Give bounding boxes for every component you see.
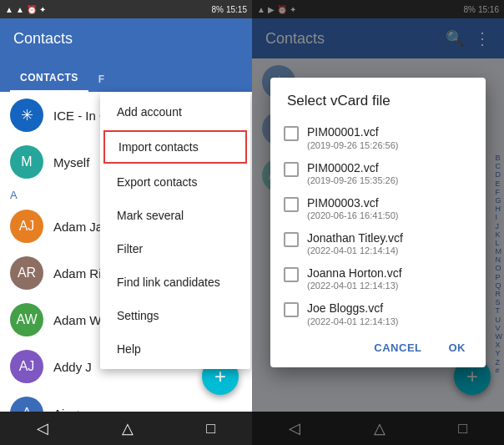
dialog-title: Select vCard file	[270, 78, 486, 119]
avatar: ✳	[10, 99, 43, 132]
vcf-checkbox-joanna[interactable]	[284, 267, 299, 282]
context-menu: Add account Import contacts Export conta…	[100, 92, 250, 369]
menu-item-mark-several[interactable]: Mark several	[100, 199, 250, 232]
avatar: AR	[10, 256, 43, 290]
battery-pct: 8%	[212, 5, 224, 14]
select-vcard-dialog: Select vCard file PIM00001.vcf (2019-09-…	[270, 78, 486, 367]
vcf-date-jonathan: (2022-04-01 12:14:14)	[307, 245, 403, 255]
status-icons-right: 8% 15:15	[212, 5, 247, 14]
recents-icon[interactable]: □	[206, 420, 215, 437]
back-icon[interactable]: ◁	[37, 419, 48, 437]
left-app-bar: Contacts	[0, 18, 252, 58]
dialog-vcf-list: PIM00001.vcf (2019-09-26 15:26:56) PIM00…	[270, 119, 486, 331]
menu-item-help[interactable]: Help	[100, 332, 250, 366]
vcf-filename-joe: Joe Bloggs.vcf	[307, 301, 398, 316]
menu-item-import-contacts[interactable]: Import contacts	[103, 130, 247, 164]
contact-name: Addy J	[53, 360, 92, 374]
avatar: M	[10, 145, 43, 179]
vcf-filename-pim1: PIM00001.vcf	[307, 124, 398, 139]
vcf-date-joe: (2022-04-01 12:14:13)	[307, 316, 398, 326]
vcf-checkbox-jonathan[interactable]	[284, 232, 299, 247]
dialog-actions: CANCEL OK	[270, 331, 486, 367]
tabs-bar: CONTACTS F	[0, 58, 252, 92]
signal-icon: ▲	[5, 5, 13, 14]
vcf-checkbox-pim2[interactable]	[284, 162, 299, 177]
left-app-title: Contacts	[13, 30, 73, 48]
vcf-checkbox-joe[interactable]	[284, 302, 299, 317]
menu-item-export-contacts[interactable]: Export contacts	[100, 165, 250, 199]
alarm-icon: ⏰	[27, 5, 37, 14]
avatar: AJ	[10, 350, 43, 383]
vcf-checkbox-pim1[interactable]	[284, 126, 299, 141]
time-left: 15:15	[226, 5, 247, 14]
bluetooth-icon: ✦	[39, 5, 46, 14]
dialog-overlay: Select vCard file PIM00001.vcf (2019-09-…	[252, 0, 504, 445]
avatar: A	[10, 397, 43, 412]
menu-item-add-account[interactable]: Add account	[100, 95, 250, 129]
left-nav-bar: ◁ △ □	[0, 412, 252, 445]
vcf-item-jonathan[interactable]: Jonathan Titley.vcf (2022-04-01 12:14:14…	[277, 225, 479, 260]
vcf-item-joe[interactable]: Joe Bloggs.vcf (2022-04-01 12:14:13)	[277, 296, 479, 331]
right-panel: ▲ ▶ ⏰ ✦ 8% 15:16 Contacts 🔍 ⋮ ✳ ICE - In…	[252, 0, 504, 445]
contact-name: Myself	[53, 155, 89, 169]
vcf-filename-jonathan: Jonathan Titley.vcf	[307, 230, 403, 245]
tab-favorites[interactable]: F	[88, 67, 115, 92]
vcf-item-pim1[interactable]: PIM00001.vcf (2019-09-26 15:26:56)	[277, 119, 479, 154]
vcf-item-pim2[interactable]: PIM00002.vcf (2019-09-26 15:35:26)	[277, 155, 479, 190]
avatar: AJ	[10, 210, 43, 243]
vcf-date-pim1: (2019-09-26 15:26:56)	[307, 140, 398, 150]
vcf-item-joanna[interactable]: Joanna Horton.vcf (2022-04-01 12:14:13)	[277, 260, 479, 296]
menu-item-filter[interactable]: Filter	[100, 232, 250, 265]
menu-item-settings[interactable]: Settings	[100, 299, 250, 332]
tab-contacts[interactable]: CONTACTS	[10, 65, 88, 92]
vcf-date-joanna: (2022-04-01 12:14:13)	[307, 281, 402, 291]
vcf-filename-joanna: Joanna Horton.vcf	[307, 265, 402, 281]
home-icon[interactable]: △	[122, 419, 134, 437]
ok-button[interactable]: OK	[442, 338, 473, 357]
vcf-checkbox-pim3[interactable]	[284, 197, 299, 212]
vcf-date-pim3: (2020-06-16 16:41:50)	[307, 210, 398, 220]
status-icons-left: ▲ ▲ ⏰ ✦	[5, 5, 46, 14]
vcf-filename-pim2: PIM00002.vcf	[307, 160, 398, 175]
cancel-button[interactable]: CANCEL	[367, 338, 428, 357]
vcf-item-pim3[interactable]: PIM00003.vcf (2020-06-16 16:41:50)	[277, 190, 479, 225]
wifi-icon: ▲	[16, 5, 24, 14]
vcf-filename-pim3: PIM00003.vcf	[307, 195, 398, 210]
left-status-bar: ▲ ▲ ⏰ ✦ 8% 15:15	[0, 0, 252, 18]
vcf-date-pim2: (2019-09-26 15:35:26)	[307, 175, 398, 185]
menu-item-find-link-candidates[interactable]: Find link candidates	[100, 265, 250, 299]
avatar: AW	[10, 303, 43, 336]
left-panel: ▲ ▲ ⏰ ✦ 8% 15:15 Contacts CONTACTS F ✳ I…	[0, 0, 252, 445]
